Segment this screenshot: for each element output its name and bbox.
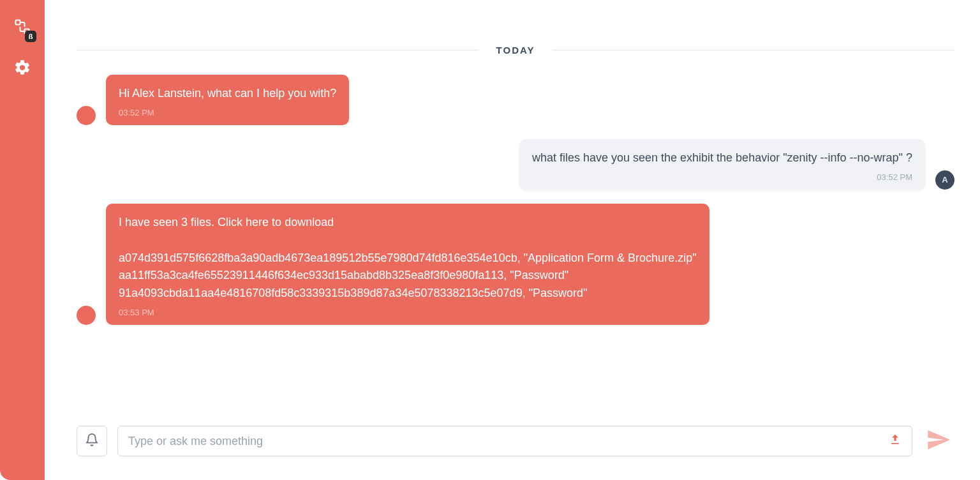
message-bubble-user[interactable]: what files have you seen the exhibit the… bbox=[519, 139, 925, 190]
bottom-left-avatar[interactable] bbox=[10, 451, 34, 475]
send-button[interactable] bbox=[923, 425, 954, 457]
bell-icon bbox=[85, 433, 99, 449]
composer-input-wrap bbox=[117, 426, 912, 456]
divider-line bbox=[77, 50, 479, 50]
divider-line bbox=[553, 50, 954, 50]
message-time: 03:52 PM bbox=[532, 172, 912, 182]
message-text: what files have you seen the exhibit the… bbox=[532, 149, 912, 167]
notifications-button[interactable] bbox=[77, 426, 107, 456]
bot-avatar bbox=[77, 306, 96, 325]
composer-input[interactable] bbox=[128, 435, 889, 448]
app-root: ß TODAY Hi Alex Lanstein, what can I hel… bbox=[0, 0, 980, 480]
message-time: 03:52 PM bbox=[119, 108, 336, 117]
bot-avatar bbox=[77, 106, 96, 125]
date-divider: TODAY bbox=[77, 45, 954, 56]
message-text: Hi Alex Lanstein, what can I help you wi… bbox=[119, 85, 336, 103]
upload-icon bbox=[889, 433, 902, 449]
composer bbox=[77, 425, 954, 457]
sidebar: ß bbox=[0, 0, 45, 480]
message-bubble-bot[interactable]: Hi Alex Lanstein, what can I help you wi… bbox=[106, 75, 349, 125]
svg-rect-0 bbox=[16, 20, 20, 25]
date-label: TODAY bbox=[479, 45, 553, 56]
user-avatar: A bbox=[935, 170, 954, 190]
sidebar-item-settings[interactable] bbox=[10, 56, 35, 82]
upload-button[interactable] bbox=[889, 433, 902, 449]
message-time: 03:53 PM bbox=[119, 308, 697, 317]
gear-icon bbox=[13, 59, 31, 79]
message-bubble-bot[interactable]: I have seen 3 files. Click here to downl… bbox=[106, 204, 709, 325]
avatar-initial: A bbox=[942, 175, 947, 184]
main-chat-area: TODAY Hi Alex Lanstein, what can I help … bbox=[45, 0, 980, 480]
message-row-user: what files have you seen the exhibit the… bbox=[77, 139, 954, 190]
sidebar-item-workflow[interactable]: ß bbox=[10, 15, 35, 41]
message-text: I have seen 3 files. Click here to downl… bbox=[119, 214, 697, 303]
message-row-bot: Hi Alex Lanstein, what can I help you wi… bbox=[77, 75, 954, 125]
message-row-bot: I have seen 3 files. Click here to downl… bbox=[77, 204, 954, 325]
beta-badge: ß bbox=[25, 31, 36, 42]
send-icon bbox=[926, 427, 951, 455]
